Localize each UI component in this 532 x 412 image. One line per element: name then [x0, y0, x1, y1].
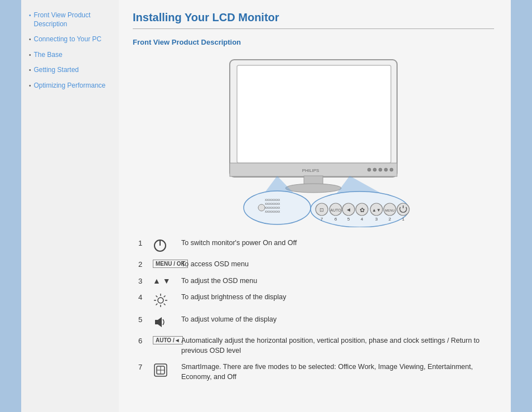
- svg-text:✿: ✿: [360, 207, 365, 213]
- feature-desc-6: Automatically adjust the horizontal posi…: [181, 336, 489, 356]
- feature-item-2: 2 MENU / OK To access OSD menu: [138, 260, 489, 270]
- feature-desc-1: To switch monitor's power On and Off: [181, 238, 489, 248]
- smartimage-icon: [151, 362, 181, 378]
- auto-icon: AUTO /◄: [151, 336, 181, 344]
- feature-item-6: 6 AUTO /◄ Automatically adjust the horiz…: [138, 336, 489, 356]
- section-title: Front View Product Description: [133, 38, 494, 46]
- feature-number-1: 1: [138, 238, 151, 247]
- left-stripe: [0, 0, 21, 412]
- svg-text:6: 6: [335, 217, 337, 222]
- svg-text:2: 2: [389, 217, 391, 222]
- svg-point-6: [379, 168, 382, 171]
- sidebar-nav: • Front View Product Description • Conne…: [29, 11, 113, 90]
- sidebar-item-getting-started[interactable]: • Getting Started: [29, 66, 113, 75]
- feature-list: 1 To switch monitor's power On and Off 2…: [133, 238, 494, 382]
- svg-text:5: 5: [347, 217, 350, 222]
- feature-number-2: 2: [138, 260, 151, 269]
- bullet-icon: •: [29, 12, 31, 18]
- menu-ok-icon: MENU / OK: [151, 260, 181, 268]
- svg-text:⊡: ⊡: [320, 207, 324, 213]
- power-icon: [151, 238, 181, 253]
- bullet-icon: •: [29, 36, 31, 42]
- bullet-icon: •: [29, 83, 31, 89]
- svg-text:PHILIPS: PHILIPS: [302, 168, 320, 173]
- bullet-icon: •: [29, 52, 31, 58]
- feature-item-4: 4 To adjust brightness of the display: [138, 293, 489, 308]
- svg-text:3: 3: [375, 217, 378, 222]
- svg-text:▲▼: ▲▼: [372, 208, 381, 213]
- svg-point-30: [397, 203, 409, 215]
- svg-point-4: [367, 168, 371, 171]
- feature-desc-7: SmartImage. There are five modes to be s…: [181, 362, 489, 382]
- sidebar-item-optimizing[interactable]: • Optimizing Performance: [29, 82, 113, 90]
- svg-line-45: [156, 296, 158, 298]
- feature-item-3: 3 ▲ ▼ To adjust the OSD menu: [138, 276, 489, 286]
- svg-text:AUTO: AUTO: [330, 208, 341, 212]
- feature-desc-5: To adjust volume of the display: [181, 315, 489, 325]
- sidebar-item-connecting[interactable]: • Connecting to Your PC: [29, 35, 113, 44]
- svg-point-40: [158, 298, 163, 303]
- svg-line-46: [164, 304, 166, 305]
- brightness-icon: [151, 293, 181, 308]
- right-stripe: [511, 0, 532, 412]
- svg-text:7: 7: [321, 217, 323, 222]
- svg-marker-49: [155, 317, 162, 327]
- svg-point-7: [384, 168, 388, 171]
- arrows-icon: ▲ ▼: [151, 276, 181, 285]
- feature-desc-4: To adjust brightness of the display: [181, 293, 489, 303]
- feature-desc-3: To adjust the OSD menu: [181, 276, 489, 286]
- monitor-illustration: PHILIPS XXXXXXXXX XXXXXXXXX XXXXXXXXX XX…: [133, 54, 494, 227]
- page-title: Installing Your LCD Monitor: [133, 11, 494, 24]
- svg-text:MENU: MENU: [385, 209, 395, 212]
- sidebar-item-front-view[interactable]: • Front View Product Description: [29, 11, 113, 28]
- svg-text:1: 1: [402, 217, 405, 222]
- sidebar: • Front View Product Description • Conne…: [21, 0, 119, 412]
- svg-text:◄: ◄: [346, 207, 351, 213]
- feature-item-1: 1 To switch monitor's power On and Off: [138, 238, 489, 253]
- svg-point-10: [286, 184, 341, 193]
- title-divider: [133, 28, 494, 29]
- svg-rect-1: [237, 65, 391, 163]
- svg-text:XXXXXXXXX: XXXXXXXXX: [265, 206, 280, 209]
- sidebar-link-base[interactable]: The Base: [34, 51, 62, 60]
- feature-number-7: 7: [138, 362, 151, 371]
- feature-number-6: 6: [138, 336, 151, 345]
- svg-text:XXXXXXXXX: XXXXXXXXX: [265, 202, 280, 205]
- sidebar-link-connecting[interactable]: Connecting to Your PC: [34, 35, 101, 44]
- feature-desc-2: To access OSD menu: [181, 260, 489, 270]
- feature-number-4: 4: [138, 293, 151, 301]
- monitor-svg: PHILIPS XXXXXXXXX XXXXXXXXX XXXXXXXXX XX…: [205, 54, 422, 227]
- bullet-icon: •: [29, 67, 31, 73]
- feature-number-3: 3: [138, 276, 151, 285]
- svg-text:XXXXXXXXX: XXXXXXXXX: [265, 210, 280, 213]
- svg-line-47: [164, 296, 166, 298]
- sidebar-link-front-view[interactable]: Front View Product Description: [34, 11, 113, 28]
- svg-point-5: [373, 168, 376, 171]
- feature-item-7: 7 SmartImage. There are five modes to be…: [138, 362, 489, 382]
- svg-text:XXXXXXXXX: XXXXXXXXX: [265, 198, 280, 202]
- svg-line-48: [156, 304, 158, 305]
- sidebar-link-optimizing[interactable]: Optimizing Performance: [34, 82, 106, 90]
- volume-icon: [151, 315, 181, 329]
- feature-item-5: 5 To adjust volume of the display: [138, 315, 489, 329]
- sidebar-link-getting-started[interactable]: Getting Started: [34, 66, 79, 75]
- main-content: Installing Your LCD Monitor Front View P…: [119, 0, 511, 412]
- feature-number-5: 5: [138, 315, 151, 324]
- svg-point-16: [258, 204, 265, 211]
- sidebar-item-base[interactable]: • The Base: [29, 51, 113, 60]
- svg-point-8: [390, 168, 393, 171]
- svg-text:4: 4: [361, 217, 364, 222]
